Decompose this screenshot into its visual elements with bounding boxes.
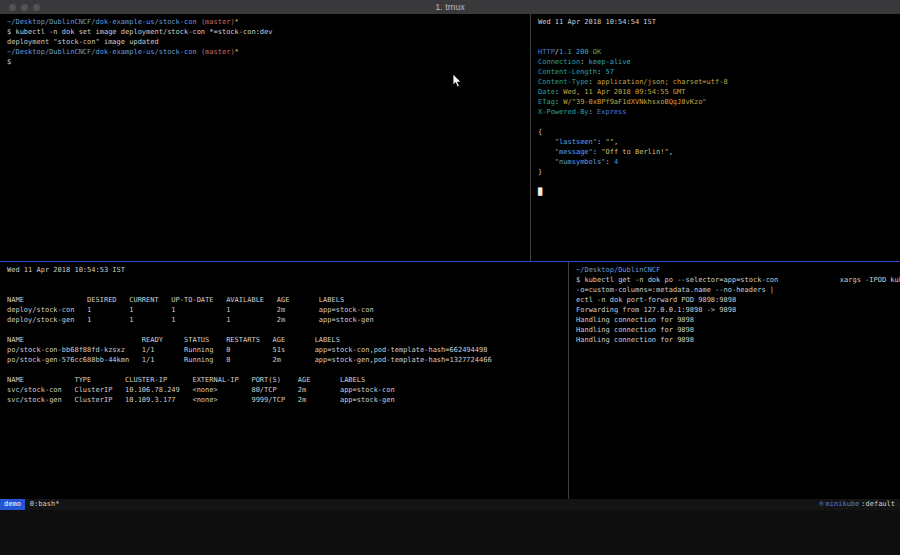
terminal-text-segment: (master) [201, 48, 235, 56]
terminal-line: Wed 11 Apr 2018 10:54:54 IST [538, 17, 900, 27]
terminal-text-segment: ETag [538, 98, 555, 106]
terminal-line: $ [7, 57, 530, 67]
terminal-line: Handling connection for 9898 [576, 315, 900, 325]
terminal-text-segment: █ [538, 188, 542, 196]
terminal-line: "lastseen": "", [538, 137, 900, 147]
terminal-text-segment: po/stock-gen-576cc688bb-44kmn 1/1 Runnin… [7, 356, 492, 364]
terminal-text-segment: , [614, 138, 618, 146]
session-name-badge[interactable]: demo [0, 499, 25, 510]
terminal-text-segment: $ kubectl -n dok set image deployment/st… [7, 28, 273, 36]
kube-namespace: :default [861, 499, 895, 510]
terminal-line [7, 275, 568, 285]
terminal-text-segment: Wed, 11 Apr 2018 09:54:55 GMT [563, 88, 685, 96]
pane-divider-vertical-top[interactable] [530, 14, 531, 261]
terminal-line: ~/Desktop/DublinCNCF/dok-example-us/stoc… [7, 47, 530, 57]
pane-divider-horizontal[interactable] [0, 261, 900, 262]
terminal-text-segment: (master) [201, 18, 235, 26]
terminal-line: Date: Wed, 11 Apr 2018 09:54:55 GMT [538, 87, 900, 97]
terminal-line: NAME DESIRED CURRENT UP-TO-DATE AVAILABL… [7, 295, 568, 305]
terminal-line: deploy/stock-gen 1 1 1 1 2m app=stock-ge… [7, 315, 568, 325]
terminal-line: po/stock-con-bb68f88fd-kzsxz 1/1 Running… [7, 345, 568, 355]
terminal-text-segment: xargs -IPOD kub [840, 275, 900, 285]
terminal-line: ~/Desktop/DublinCNCF [576, 265, 900, 275]
terminal-line [538, 117, 900, 127]
terminal-line [538, 27, 900, 37]
terminal-text-segment: deployment "stock-con" image updated [7, 38, 159, 46]
terminal-line [538, 177, 900, 187]
pane-top-left-shell[interactable]: ~/Desktop/DublinCNCF/dok-example-us/stoc… [0, 14, 533, 264]
window-tab-bash[interactable]: 0:bash* [30, 499, 60, 510]
terminal-text-segment: $ [7, 58, 11, 66]
terminal-text-segment: deploy/stock-gen 1 1 1 1 2m app=stock-ge… [7, 316, 374, 324]
terminal-text-segment: "" [605, 138, 613, 146]
terminal-text-segment: Handling connection for 9898 [576, 326, 694, 334]
terminal-text-segment: ectl -n dok port-forward POD 9898:9898 [576, 296, 736, 304]
terminal-text-segment: 4 [614, 158, 618, 166]
terminal-line: ~/Desktop/DublinCNCF/dok-example-us/stoc… [7, 17, 530, 27]
pane-bottom-left-kubectl-watch[interactable]: Wed 11 Apr 2018 10:54:53 ISTNAME DESIRED… [0, 262, 571, 502]
terminal-line: -o=custom-columns=:metadata.name --no-he… [576, 285, 900, 295]
pane-top-right-http-response[interactable]: Wed 11 Apr 2018 10:54:54 ISTHTTP/1.1 200… [531, 14, 900, 264]
kube-context-name: minikube [826, 499, 860, 510]
terminal-text-segment: $ kubectl get -n dok po --selector=app=s… [576, 276, 778, 284]
terminal-text-segment: X-Powered-By [538, 108, 589, 116]
terminal-text-segment: : [605, 158, 613, 166]
terminal-line: deploy/stock-con 1 1 1 1 2m app=stock-co… [7, 305, 568, 315]
terminal-text-segment: * [235, 48, 239, 56]
terminal-line: } [538, 167, 900, 177]
terminal-line: Handling connection for 9898 [576, 325, 900, 335]
terminal-line: svc/stock-gen ClusterIP 10.109.3.177 <no… [7, 395, 568, 405]
zoom-button[interactable] [33, 4, 40, 11]
terminal-line: Content-Type: application/json; charset=… [538, 77, 900, 87]
terminal-line: Connection: keep-alive [538, 57, 900, 67]
terminal-text-segment: Express [597, 108, 627, 116]
pane-divider-vertical-bottom[interactable] [568, 262, 569, 499]
terminal-line: Forwarding from 127.0.0.1:9898 -> 9898 [576, 305, 900, 315]
terminal-text-segment: Date [538, 88, 555, 96]
close-button[interactable] [9, 4, 16, 11]
terminal-text-segment: HTTP [538, 48, 555, 56]
terminal-line: HTTP/1.1 200 OK [538, 47, 900, 57]
terminal-line: NAME READY STATUS RESTARTS AGE LABELS [7, 335, 568, 345]
tmux-window: 1. tmux ~/Desktop/DublinCNCF/dok-example… [0, 0, 900, 510]
terminal-line: { [538, 127, 900, 137]
terminal-text-segment: Content-Length [538, 68, 597, 76]
terminal-text-segment: Handling connection for 9898 [576, 316, 694, 324]
pane-bottom-right-port-forward[interactable]: ~/Desktop/DublinCNCF$ kubectl get -n dok… [569, 262, 900, 502]
terminal-text-segment: : [589, 78, 597, 86]
terminal-text-segment: Wed 11 Apr 2018 10:54:53 IST [7, 266, 125, 274]
terminal-text-segment: deploy/stock-con 1 1 1 1 2m app=stock-co… [7, 306, 374, 314]
window-titlebar[interactable]: 1. tmux [0, 0, 900, 14]
terminal-text-segment: -o=custom-columns=:metadata.name --no-he… [576, 286, 774, 294]
terminal-text-segment: , [669, 148, 673, 156]
terminal-line: po/stock-gen-576cc688bb-44kmn 1/1 Runnin… [7, 355, 568, 365]
terminal-line: ectl -n dok port-forward POD 9898:9898 [576, 295, 900, 305]
terminal-text-segment: OK [593, 48, 601, 56]
terminal-line [7, 365, 568, 375]
terminal-text-segment: : [580, 58, 588, 66]
terminal-line: "message": "Off to Berlin!", [538, 147, 900, 157]
traffic-lights [9, 4, 40, 11]
terminal-text-segment: "message" [538, 148, 593, 156]
terminal-text-segment: "numsymbols" [538, 158, 605, 166]
tmux-status-bar: demo 0:bash* ® minikube :default [0, 499, 900, 510]
terminal-text-segment: Handling connection for 9898 [576, 336, 694, 344]
terminal-line: $ kubectl get -n dok po --selector=app=s… [576, 275, 900, 285]
terminal-text-segment: svc/stock-gen ClusterIP 10.109.3.177 <no… [7, 396, 395, 404]
terminal-text-segment: { [538, 128, 542, 136]
terminal-text-segment: NAME TYPE CLUSTER-IP EXTERNAL-IP PORT(S)… [7, 376, 365, 384]
kube-context-icon: ® [819, 499, 823, 510]
terminal-text-segment: * [235, 18, 239, 26]
terminal-text-segment: Connection [538, 58, 580, 66]
terminal-text-segment: : [593, 148, 601, 156]
terminal-line: "numsymbols": 4 [538, 157, 900, 167]
terminal-text-segment: application/json; charset=utf-8 [597, 78, 728, 86]
terminal-text-segment: NAME READY STATUS RESTARTS AGE LABELS [7, 336, 340, 344]
desktop-background: 1. tmux ~/Desktop/DublinCNCF/dok-example… [0, 0, 900, 555]
terminal-line: ETag: W/"39-0xBPf9aF1dXVNkhsxoBQgJ8vKzo" [538, 97, 900, 107]
terminal-text-segment: 1.1 [559, 48, 572, 56]
terminal-text-segment: ~/Desktop/DublinCNCF/dok-example-us/stoc… [7, 48, 201, 56]
minimize-button[interactable] [21, 4, 28, 11]
terminal-text-segment: W/"39-0xBPf9aF1dXVNkhsxoBQgJ8vKzo" [563, 98, 706, 106]
mouse-cursor [452, 74, 463, 89]
